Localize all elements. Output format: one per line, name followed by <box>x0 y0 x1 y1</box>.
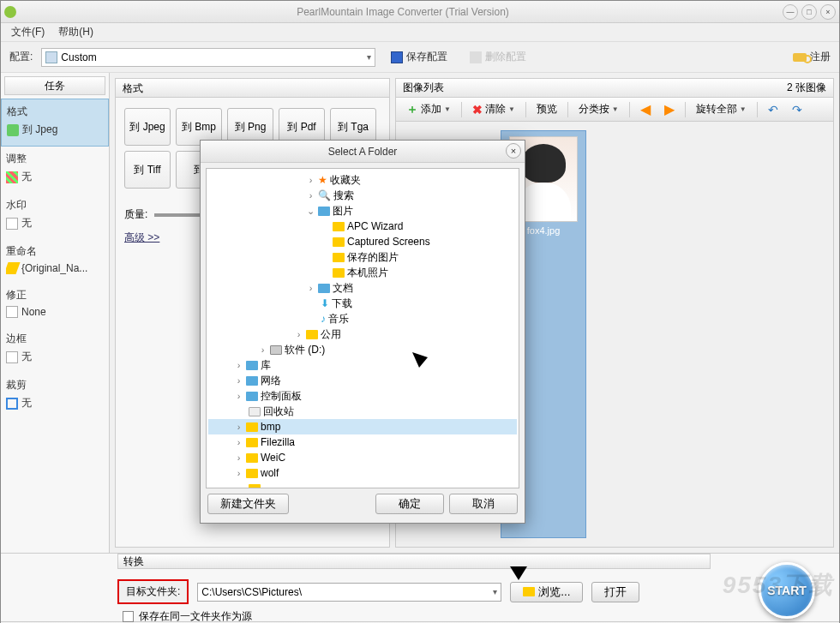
dialog-close-button[interactable]: × <box>506 143 521 159</box>
preset-select[interactable]: Custom ▾ <box>41 48 375 67</box>
undo-icon: ↶ <box>768 103 778 117</box>
convert-header: 转换 <box>117 554 711 569</box>
folder-tree[interactable]: ›★收藏夹 ›🔍搜索 ⌄图片 APC Wizard Captured Scree… <box>206 168 519 488</box>
task-format[interactable]: 格式 到 Jpeg <box>1 99 109 147</box>
format-header: 格式 <box>116 79 389 98</box>
target-folder-label: 目标文件夹: <box>117 579 189 604</box>
redo-icon: ↷ <box>792 103 802 117</box>
config-label: 配置: <box>9 50 33 64</box>
minimize-button[interactable]: — <box>783 4 798 20</box>
window-title: PearlMountain Image Converter (Trial Ver… <box>23 6 783 18</box>
watermark: 9553下载 <box>723 569 834 602</box>
browse-button[interactable]: 浏览... <box>510 582 583 602</box>
image-icon <box>6 306 18 318</box>
dropdown-icon: ▾ <box>493 587 497 596</box>
preview-button[interactable]: 预览 <box>531 100 562 118</box>
image-count: 2 张图像 <box>787 81 826 95</box>
arrow-left-icon: ◀ <box>640 101 651 117</box>
preset-value: Custom <box>61 51 96 63</box>
next-button[interactable]: ▶ <box>659 99 680 119</box>
undo-button[interactable]: ↶ <box>763 101 783 118</box>
task-adjust[interactable]: 调整 无 <box>1 147 109 193</box>
task-watermark[interactable]: 水印 无 <box>1 193 109 239</box>
rotate-all-button[interactable]: 旋转全部▼ <box>691 100 752 118</box>
tasks-sidebar: 任务 格式 到 Jpeg 调整 无 水印 无 重命名 {Original_Na.… <box>1 73 110 553</box>
border-icon <box>6 351 18 363</box>
disk-icon <box>391 51 403 63</box>
titlebar: PearlMountain Image Converter (Trial Ver… <box>1 1 839 23</box>
key-icon <box>793 53 807 62</box>
plus-icon: ＋ <box>406 102 418 117</box>
save-config-button[interactable]: 保存配置 <box>384 48 454 67</box>
close-button[interactable]: × <box>820 4 836 20</box>
menu-file[interactable]: 文件(F) <box>4 23 51 41</box>
clear-button[interactable]: ✖清除▼ <box>467 100 520 118</box>
open-button[interactable]: 打开 <box>591 582 639 602</box>
image-list-header: 图像列表 <box>403 81 444 95</box>
quality-label: 质量: <box>124 207 147 222</box>
folder-dialog: Select A Folder × ›★收藏夹 ›🔍搜索 ⌄图片 APC Wiz… <box>200 140 525 524</box>
menubar: 文件(F) 帮助(H) <box>1 23 839 42</box>
delete-icon <box>470 51 482 63</box>
add-button[interactable]: ＋添加▼ <box>401 100 456 119</box>
chevron-down-icon: ▼ <box>508 105 515 113</box>
target-path-input[interactable]: C:\Users\CS\Pictures\ ▾ <box>197 583 501 602</box>
refresh-icon <box>7 124 19 136</box>
new-folder-button[interactable]: 新建文件夹 <box>207 494 289 514</box>
chevron-down-icon: ▼ <box>612 105 619 113</box>
ok-button[interactable]: 确定 <box>375 494 444 514</box>
dropdown-icon: ▾ <box>367 52 371 62</box>
image-toolbar: ＋添加▼ ✖清除▼ 预览 分类按▼ ◀ ▶ 旋转全部▼ ↶ ↷ <box>396 98 833 122</box>
blank-icon <box>6 218 18 230</box>
same-folder-label: 保存在同一文件夹作为源 <box>139 609 252 623</box>
cancel-button[interactable]: 取消 <box>449 494 518 514</box>
app-icon <box>4 6 16 18</box>
x-icon: ✖ <box>472 103 483 117</box>
prev-button[interactable]: ◀ <box>635 99 656 119</box>
chevron-down-icon: ▼ <box>740 105 747 113</box>
app-window: PearlMountain Image Converter (Trial Ver… <box>0 0 840 623</box>
redo-button[interactable]: ↷ <box>787 101 807 118</box>
task-border[interactable]: 边框 无 <box>1 326 109 373</box>
convert-panel: 转换 目标文件夹: C:\Users\CS\Pictures\ ▾ 浏览... … <box>1 553 839 621</box>
register-button[interactable]: 注册 <box>793 50 831 64</box>
preset-icon <box>45 51 57 63</box>
config-row: 配置: Custom ▾ 保存配置 删除配置 注册 <box>1 42 839 73</box>
chevron-down-icon: ▼ <box>444 105 451 113</box>
format-btn-jpeg[interactable]: 到 Jpeg <box>124 108 171 146</box>
task-correct[interactable]: 修正 None <box>1 283 109 326</box>
squares-icon <box>6 171 18 183</box>
maximize-button[interactable]: □ <box>801 4 817 20</box>
pencil-icon <box>6 262 21 274</box>
dialog-title: Select A Folder × <box>201 141 525 163</box>
sort-button[interactable]: 分类按▼ <box>573 100 624 118</box>
arrow-right-icon: ▶ <box>664 101 675 117</box>
tasks-header: 任务 <box>4 76 105 95</box>
folder-icon <box>523 587 535 596</box>
format-btn-tiff[interactable]: 到 Tiff <box>124 151 171 189</box>
menu-help[interactable]: 帮助(H) <box>51 23 100 41</box>
delete-config-button: 删除配置 <box>463 48 533 67</box>
same-folder-checkbox[interactable] <box>123 611 134 622</box>
task-rename[interactable]: 重命名 {Original_Na... <box>1 239 109 283</box>
task-crop[interactable]: 裁剪 无 <box>1 373 109 419</box>
crop-icon <box>6 398 18 410</box>
